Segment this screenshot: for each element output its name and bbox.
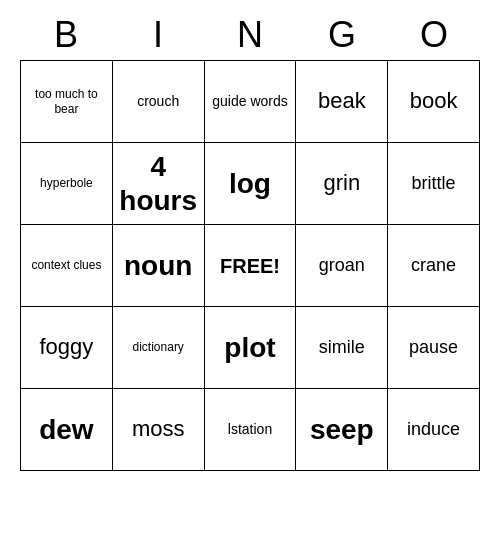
cell-0-0: too much to bear bbox=[21, 61, 113, 143]
header-b: B bbox=[20, 10, 112, 60]
cell-4-1: moss bbox=[113, 389, 205, 471]
cell-2-2-free: FREE! bbox=[205, 225, 297, 307]
cell-1-3: grin bbox=[296, 143, 388, 225]
cell-1-0: hyperbole bbox=[21, 143, 113, 225]
bingo-card: B I N G O too much to bear crouch guide … bbox=[20, 10, 480, 471]
header-o: O bbox=[388, 10, 480, 60]
cell-1-4: brittle bbox=[388, 143, 480, 225]
cell-4-2: lstation bbox=[205, 389, 297, 471]
cell-1-1: 4 hours bbox=[113, 143, 205, 225]
cell-3-2: plot bbox=[205, 307, 297, 389]
cell-3-4: pause bbox=[388, 307, 480, 389]
cell-2-4: crane bbox=[388, 225, 480, 307]
bingo-grid: too much to bear crouch guide words beak… bbox=[20, 60, 480, 471]
cell-3-0: foggy bbox=[21, 307, 113, 389]
header-n: N bbox=[204, 10, 296, 60]
cell-4-0: dew bbox=[21, 389, 113, 471]
cell-0-1: crouch bbox=[113, 61, 205, 143]
cell-2-0: context clues bbox=[21, 225, 113, 307]
header-i: I bbox=[112, 10, 204, 60]
cell-2-1: noun bbox=[113, 225, 205, 307]
cell-1-2: log bbox=[205, 143, 297, 225]
cell-0-2: guide words bbox=[205, 61, 297, 143]
cell-4-4: induce bbox=[388, 389, 480, 471]
cell-2-3: groan bbox=[296, 225, 388, 307]
cell-0-4: book bbox=[388, 61, 480, 143]
bingo-header: B I N G O bbox=[20, 10, 480, 60]
cell-0-3: beak bbox=[296, 61, 388, 143]
cell-4-3: seep bbox=[296, 389, 388, 471]
cell-3-1: dictionary bbox=[113, 307, 205, 389]
header-g: G bbox=[296, 10, 388, 60]
cell-3-3: simile bbox=[296, 307, 388, 389]
